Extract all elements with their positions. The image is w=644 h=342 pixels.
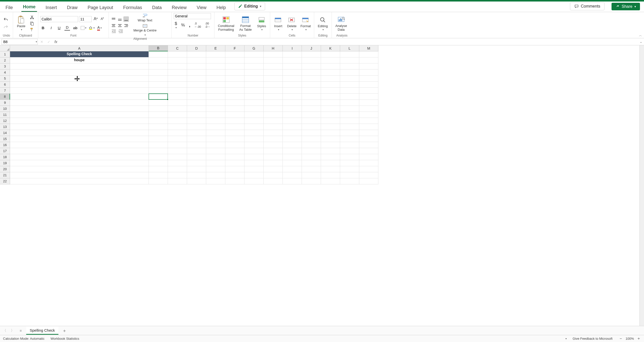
cell-E16[interactable] [206,142,225,148]
cell-D22[interactable] [187,178,206,184]
workbook-stats-button[interactable]: Workbook Statistics [51,337,79,340]
cell-A8[interactable] [10,94,149,100]
cell-G17[interactable] [244,148,264,154]
cell-H1[interactable] [264,51,283,57]
cell-D12[interactable] [187,118,206,124]
cell-B4[interactable] [149,70,168,76]
cell-G15[interactable] [244,136,264,142]
align-middle-button[interactable] [117,16,123,22]
cell-E20[interactable] [206,166,225,172]
tab-review[interactable]: Review [170,3,188,12]
column-header-E[interactable]: E [206,45,225,51]
cell-L12[interactable] [340,118,359,124]
cell-L4[interactable] [340,70,359,76]
cell-M9[interactable] [359,100,378,106]
cell-A20[interactable] [10,166,149,172]
cell-A3[interactable] [10,63,149,70]
cell-A4[interactable] [10,70,149,76]
cell-G22[interactable] [244,178,264,184]
row-header-14[interactable]: 14 [0,130,10,136]
wrap-text-button[interactable]: ab Wrap Text [132,13,158,23]
cell-C18[interactable] [168,154,187,160]
format-cells-button[interactable]: Format▾ [299,15,312,31]
cell-M21[interactable] [359,172,378,178]
cell-I18[interactable] [283,154,302,160]
cell-I14[interactable] [283,130,302,136]
cell-F22[interactable] [225,178,244,184]
cell-C13[interactable] [168,124,187,130]
row-header-17[interactable]: 17 [0,148,10,154]
row-header-15[interactable]: 15 [0,136,10,142]
cell-B8[interactable] [149,94,168,100]
cell-J4[interactable] [302,70,321,76]
cell-I6[interactable] [283,82,302,88]
cell-F3[interactable] [225,63,244,70]
format-as-table-button[interactable]: Format As Table [237,15,254,32]
cell-E8[interactable] [206,94,225,100]
cell-A6[interactable] [10,82,149,88]
cell-M19[interactable] [359,160,378,166]
cell-I20[interactable] [283,166,302,172]
zoom-out-button[interactable]: − [619,336,623,341]
cells-area[interactable]: Spelling Checkhoupe [10,51,639,326]
cell-F16[interactable] [225,142,244,148]
add-sheet-button[interactable]: ＋ [61,328,67,334]
cell-D8[interactable] [187,94,206,100]
cell-H19[interactable] [264,160,283,166]
cell-M6[interactable] [359,82,378,88]
percent-format-button[interactable]: % [180,22,186,28]
cell-M2[interactable] [359,57,378,63]
cell-B5[interactable] [149,76,168,82]
cell-G16[interactable] [244,142,264,148]
cell-K13[interactable] [321,124,340,130]
cell-A16[interactable] [10,142,149,148]
cell-H10[interactable] [264,106,283,112]
collapse-ribbon-button[interactable]: ︿ [639,33,642,38]
cell-E13[interactable] [206,124,225,130]
cell-I9[interactable] [283,100,302,106]
cell-D18[interactable] [187,154,206,160]
cell-E5[interactable] [206,76,225,82]
cell-A1[interactable]: Spelling Check [10,51,149,57]
cell-H17[interactable] [264,148,283,154]
row-header-7[interactable]: 7 [0,88,10,94]
cell-L22[interactable] [340,178,359,184]
cell-L17[interactable] [340,148,359,154]
cell-I10[interactable] [283,106,302,112]
cell-G3[interactable] [244,63,264,70]
align-right-button[interactable] [123,23,129,28]
increase-font-button[interactable]: A▴ [93,16,99,22]
row-header-10[interactable]: 10 [0,106,10,112]
cell-M20[interactable] [359,166,378,172]
cell-L21[interactable] [340,172,359,178]
cell-I11[interactable] [283,112,302,118]
cell-D15[interactable] [187,136,206,142]
cell-L1[interactable] [340,51,359,57]
cell-C1[interactable] [168,51,187,57]
cell-L20[interactable] [340,166,359,172]
undo-button[interactable] [2,17,10,23]
cell-C20[interactable] [168,166,187,172]
feedback-link[interactable]: Give Feedback to Microsoft [573,337,613,340]
name-box[interactable]: ▾ [2,39,38,45]
cell-K22[interactable] [321,178,340,184]
comma-format-button[interactable]: , [188,22,192,28]
cell-K16[interactable] [321,142,340,148]
cell-F13[interactable] [225,124,244,130]
cell-F12[interactable] [225,118,244,124]
cell-F9[interactable] [225,100,244,106]
cell-C17[interactable] [168,148,187,154]
cell-M14[interactable] [359,130,378,136]
cell-styles-button[interactable]: Styles ▾ [255,15,268,31]
cell-H13[interactable] [264,124,283,130]
cell-K21[interactable] [321,172,340,178]
cell-E14[interactable] [206,130,225,136]
cell-I4[interactable] [283,70,302,76]
cell-A13[interactable] [10,124,149,130]
cell-M15[interactable] [359,136,378,142]
cell-H21[interactable] [264,172,283,178]
cell-H9[interactable] [264,100,283,106]
cell-B14[interactable] [149,130,168,136]
insert-function-button[interactable]: fx [52,39,59,45]
cell-K18[interactable] [321,154,340,160]
